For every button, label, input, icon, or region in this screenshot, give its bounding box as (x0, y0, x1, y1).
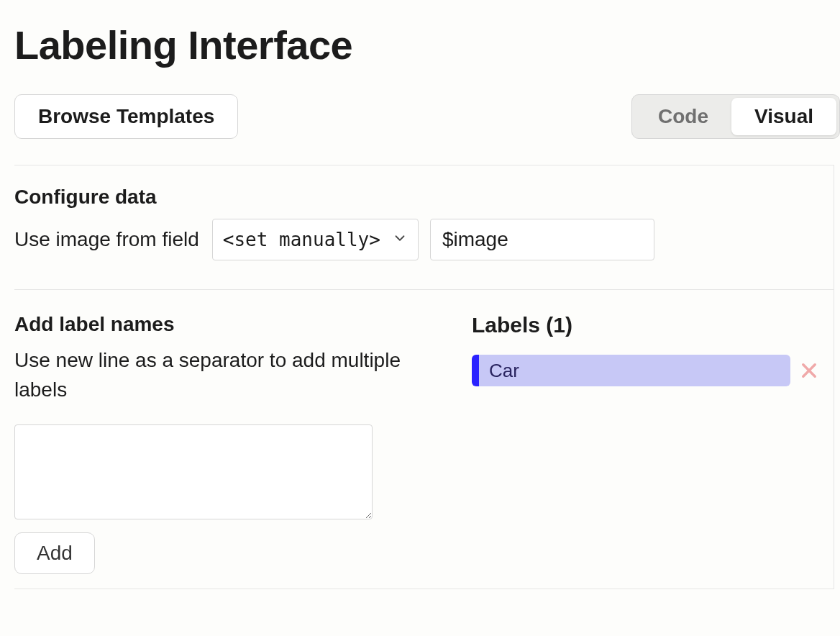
top-toolbar: Browse Templates Code Visual (14, 94, 840, 139)
label-row: Car (472, 355, 819, 386)
configure-data-row: Use image from field <set manually> (14, 219, 834, 260)
labels-list-panel: Labels (1) Car (467, 313, 819, 574)
tab-visual[interactable]: Visual (731, 98, 836, 135)
add-labels-panel: Add label names Use new line as a separa… (14, 313, 446, 574)
view-toggle-group: Code Visual (631, 94, 840, 139)
add-label-button[interactable]: Add (14, 532, 95, 574)
label-chip-car[interactable]: Car (472, 355, 790, 386)
section-divider (14, 589, 834, 589)
add-labels-description: Use new line as a separator to add multi… (14, 346, 446, 404)
labels-textarea[interactable] (14, 424, 373, 519)
labels-heading: Labels (1) (472, 313, 819, 337)
image-field-input[interactable] (430, 219, 654, 260)
field-select-value: <set manually> (223, 229, 380, 250)
browse-templates-button[interactable]: Browse Templates (14, 94, 238, 139)
field-select[interactable]: <set manually> (212, 219, 419, 260)
use-image-label: Use image from field (14, 228, 199, 251)
add-label-names-heading: Add label names (14, 313, 446, 336)
configure-data-section: Configure data Use image from field <set… (14, 165, 834, 289)
configure-data-heading: Configure data (14, 186, 834, 209)
labels-section: Add label names Use new line as a separa… (14, 289, 834, 589)
tab-code[interactable]: Code (635, 98, 731, 135)
chevron-down-icon (392, 229, 408, 250)
label-chip-text: Car (489, 360, 519, 382)
remove-label-icon[interactable] (799, 360, 819, 381)
page-title: Labeling Interface (14, 22, 840, 68)
